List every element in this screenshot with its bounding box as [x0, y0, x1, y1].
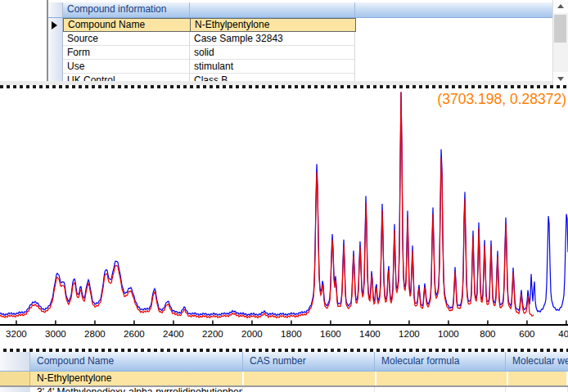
- row-selector-cell[interactable]: [48, 18, 63, 32]
- x-axis-tick-label: 2800: [84, 329, 106, 339]
- result-compound-name[interactable]: N-Ethylpentylone: [30, 372, 244, 385]
- compound-info-grid-header: Compound information: [48, 2, 555, 18]
- row-selector-cell[interactable]: [48, 60, 63, 74]
- x-axis-tick-label: 400: [558, 329, 568, 339]
- x-axis-tick-label: 3200: [6, 329, 27, 339]
- spectroscopy-app-window: { "top_table": { "header": "Compound inf…: [0, 0, 568, 392]
- row-filler: [355, 46, 555, 60]
- result-molecular-weight[interactable]: [506, 387, 568, 392]
- property-row-source[interactable]: Source Case Sample 32843: [48, 32, 555, 46]
- x-axis-tick-label: 2000: [241, 329, 263, 339]
- spectrum-plot[interactable]: 3200300028002600240022002000180016001400…: [0, 88, 568, 349]
- x-axis-tick-label: 1000: [438, 329, 459, 339]
- x-axis-tick-label: 600: [519, 329, 534, 339]
- row-filler: [355, 60, 555, 74]
- scroll-up-button[interactable]: [553, 0, 568, 13]
- x-axis-tick-label: 800: [480, 329, 495, 339]
- column-header-compound-name[interactable]: Compound Name: [30, 352, 243, 371]
- x-axis-tick-label: 1600: [320, 329, 341, 339]
- results-row-n-ethylpentylone[interactable]: N-Ethylpentylone: [0, 372, 568, 387]
- row-selector-header: [48, 2, 63, 17]
- result-cas-number[interactable]: [244, 372, 376, 385]
- row-selector-cell[interactable]: [48, 32, 63, 46]
- property-value[interactable]: stimulant: [190, 60, 355, 74]
- property-label[interactable]: Use: [63, 60, 190, 74]
- property-label[interactable]: Form: [63, 46, 190, 60]
- property-value[interactable]: solid: [190, 46, 355, 60]
- x-axis-tick-label: 1200: [399, 329, 420, 339]
- x-axis-tick-label: 2200: [202, 329, 223, 339]
- row-filler: [356, 18, 555, 32]
- panel-bottom-strip: [0, 81, 568, 85]
- results-row-selector-header: [0, 352, 30, 371]
- compound-info-grid: Compound information Compound Name N-Eth…: [47, 0, 555, 85]
- result-molecular-weight[interactable]: [508, 372, 568, 385]
- result-molecular-formula[interactable]: [376, 372, 508, 385]
- results-row-mdpbp-clipped[interactable]: 3' 4' Methylenedioxy-alpha-pyrrolidinobu…: [0, 387, 568, 392]
- result-compound-name[interactable]: 3' 4' Methylenedioxy-alpha-pyrrolidinobu…: [30, 387, 243, 392]
- property-label[interactable]: Source: [63, 32, 190, 46]
- current-row-arrow-icon: [52, 21, 57, 29]
- grid-header-filler: [355, 2, 555, 17]
- arrow-up-icon: [557, 4, 564, 8]
- row-filler: [355, 32, 555, 46]
- scroll-down-button[interactable]: [553, 72, 568, 85]
- results-grid-header: Compound Name CAS number Molecular formu…: [0, 352, 568, 372]
- scrollbar-thumb[interactable]: [554, 15, 566, 43]
- search-results-grid: Compound Name CAS number Molecular formu…: [0, 352, 568, 392]
- spectrum-trace-reference-blue: [0, 92, 568, 316]
- column-header-molecular-weight[interactable]: Molecular weight: [506, 352, 568, 371]
- results-row-selector-cell[interactable]: [0, 372, 30, 385]
- x-axis-tick-label: 1800: [281, 329, 302, 339]
- property-value[interactable]: N-Ethylpentylone: [190, 18, 356, 32]
- x-axis-tick-label: 2400: [163, 329, 184, 339]
- property-label[interactable]: Compound Name: [63, 18, 190, 32]
- result-cas-number[interactable]: [243, 387, 375, 392]
- x-axis-tick-label: 1400: [359, 329, 381, 339]
- column-header-molecular-formula[interactable]: Molecular formula: [375, 352, 506, 371]
- property-row-compound-name[interactable]: Compound Name N-Ethylpentylone: [48, 18, 555, 32]
- compound-info-panel: Compound information Compound Name N-Eth…: [0, 0, 568, 85]
- property-row-use[interactable]: Use stimulant: [48, 60, 555, 74]
- property-value[interactable]: Case Sample 32843: [190, 32, 355, 46]
- row-selector-cell[interactable]: [48, 46, 63, 60]
- result-molecular-formula[interactable]: [375, 387, 506, 392]
- arrow-down-icon: [557, 77, 564, 81]
- spectrum-trace-sample-red: [0, 92, 534, 318]
- x-axis-tick-label: 3000: [45, 329, 66, 339]
- column-header-cas-number[interactable]: CAS number: [243, 352, 375, 371]
- grid-header-value-column[interactable]: [190, 2, 355, 17]
- property-row-form[interactable]: Form solid: [48, 46, 555, 60]
- vertical-scrollbar[interactable]: [552, 0, 568, 85]
- grid-header-compound-information[interactable]: Compound information: [63, 2, 190, 17]
- x-axis-tick-label: 2600: [124, 329, 145, 339]
- results-row-selector-cell[interactable]: [0, 387, 30, 392]
- spectrum-chart-panel[interactable]: (3703.198, 0.28372) 32003000280026002400…: [0, 85, 568, 352]
